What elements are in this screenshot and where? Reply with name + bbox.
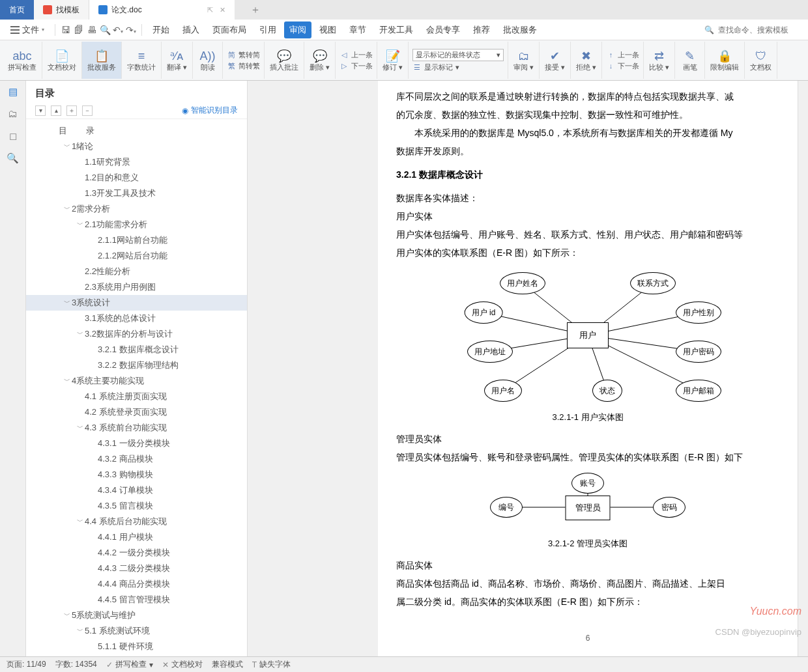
ribbon-prev-comment[interactable]: ◁上一条 xyxy=(339,50,373,60)
rail-search-icon[interactable]: 🔍 xyxy=(7,152,20,165)
search-input[interactable] xyxy=(718,25,803,35)
status-proof[interactable]: ✕文档校对 xyxy=(162,659,203,670)
outline-item[interactable]: 1.1研究背景 xyxy=(26,154,247,170)
outline-item[interactable]: 3.2.1 数据库概念设计 xyxy=(26,342,247,357)
menu-member[interactable]: 会员专享 xyxy=(421,21,465,38)
ribbon-track-changes[interactable]: 📝修订 ▾ xyxy=(377,42,409,79)
command-search[interactable]: 🔍 xyxy=(704,25,803,35)
outline-item[interactable]: ﹀2.1功能需求分析 xyxy=(26,217,247,232)
outline-expand-icon[interactable]: ▴ xyxy=(51,105,61,116)
ribbon-readaloud[interactable]: A))朗读 xyxy=(193,42,223,79)
outline-item[interactable]: ﹀5系统测试与维护 xyxy=(26,608,247,623)
ribbon-display-select[interactable]: 显示标记的最终状态▾ xyxy=(412,49,504,61)
app-menu-button[interactable]: 文件▾ xyxy=(5,21,50,38)
outline-item[interactable]: ﹀5.1 系统测试环境 xyxy=(26,623,247,639)
ribbon-restrict-edit[interactable]: 🔒限制编辑 xyxy=(705,42,745,79)
menu-chapter[interactable]: 章节 xyxy=(344,21,371,38)
outline-item[interactable]: 4.3.1 一级分类模块 xyxy=(26,436,247,451)
outline-item[interactable]: ﹀4系统主要功能实现 xyxy=(26,373,247,389)
outline-item[interactable]: 2.3系统用户用例图 xyxy=(26,279,247,295)
outline-item[interactable]: ﹀1绪论 xyxy=(26,139,247,154)
outline-item[interactable]: 4.4.3 二级分类模块 xyxy=(26,561,247,576)
outline-item[interactable]: 4.3.5 留言模块 xyxy=(26,498,247,514)
outline-item[interactable]: 4.3.2 商品模块 xyxy=(26,451,247,467)
tab-document[interactable]: 论文.doc ⇱ ✕ xyxy=(89,0,235,20)
outline-item[interactable]: 4.1 系统注册页面实现 xyxy=(26,389,247,404)
status-page[interactable]: 页面: 11/49 xyxy=(7,659,46,670)
outline-item[interactable]: 5.1.2 软件环境 xyxy=(26,654,247,656)
ribbon-spellcheck[interactable]: abc拼写检查 xyxy=(3,42,42,79)
ribbon-compare[interactable]: ⇄比较 ▾ xyxy=(644,42,675,79)
status-font[interactable]: T缺失字体 xyxy=(252,659,291,670)
ribbon-wordcount[interactable]: ≡字数统计 xyxy=(122,42,162,79)
document-page[interactable]: 库不同层次之间的联系是通过映射进行转换的，数据库的特点包括实现数据共享、减 的冗… xyxy=(378,81,798,656)
outline-item[interactable]: 2.2性能分析 xyxy=(26,264,247,279)
outline-item[interactable]: ﹀3系统设计 xyxy=(26,295,247,311)
status-spell[interactable]: ✓拼写检查 ▾ xyxy=(106,659,153,670)
qat-redo-icon[interactable]: ↷▾ xyxy=(126,25,136,35)
outline-item[interactable]: 4.4.1 用户模块 xyxy=(26,529,247,545)
menu-layout[interactable]: 页面布局 xyxy=(207,21,252,38)
ribbon-ink[interactable]: ✎画笔 xyxy=(675,42,705,79)
rail-outline-icon[interactable]: ▤ xyxy=(7,86,20,99)
outline-item[interactable]: 4.4.2 一级分类模块 xyxy=(26,545,247,561)
outline-item[interactable]: 4.4.4 商品分类模块 xyxy=(26,576,247,592)
outline-item[interactable]: ﹀4.3 系统前台功能实现 xyxy=(26,420,247,436)
outline-item[interactable]: 3.1系统的总体设计 xyxy=(26,311,247,326)
qat-preview-icon[interactable]: 🔍 xyxy=(100,25,110,35)
close-tab-icon[interactable]: ✕ xyxy=(220,6,225,14)
outline-item[interactable]: 1.2目的和意义 xyxy=(26,170,247,186)
outline-item[interactable]: ﹀3.2数据库的分析与设计 xyxy=(26,326,247,342)
outline-item[interactable]: 5.1.1 硬件环境 xyxy=(26,639,247,654)
qat-print-icon[interactable]: 🖶 xyxy=(87,25,97,35)
ribbon-delete-comment[interactable]: 💬删除 ▾ xyxy=(304,42,336,79)
outline-item[interactable]: ﹀4.4 系统后台功能实现 xyxy=(26,514,247,529)
outline-remove-icon[interactable]: － xyxy=(82,105,93,116)
menu-insert[interactable]: 插入 xyxy=(177,21,205,38)
ribbon-correction-service[interactable]: 📋批改服务 xyxy=(82,42,122,79)
ribbon-review-pane[interactable]: 🗂审阅 ▾ xyxy=(508,42,540,79)
outline-item[interactable]: 3.2.2 数据库物理结构 xyxy=(26,357,247,373)
ribbon-prev-change[interactable]: ↑上一条 xyxy=(606,50,639,60)
ribbon-next-comment[interactable]: ▷下一条 xyxy=(339,61,373,71)
status-compat[interactable]: 兼容模式 xyxy=(212,659,243,670)
outline-item[interactable]: 4.3.3 购物模块 xyxy=(26,467,247,483)
outline-tree[interactable]: 目 录 ﹀1绪论1.1研究背景1.2目的和意义1.3开发工具及技术﹀2需求分析﹀… xyxy=(26,119,247,656)
outline-item[interactable]: ﹀2需求分析 xyxy=(26,201,247,217)
outline-item[interactable]: 1.3开发工具及技术 xyxy=(26,186,247,201)
new-tab-button[interactable]: ＋ xyxy=(235,0,276,20)
ribbon-proofread[interactable]: 📄文档校对 xyxy=(42,42,82,79)
outline-item[interactable]: 2.1.1网站前台功能 xyxy=(26,232,247,248)
ribbon-reject[interactable]: ✖拒绝 ▾ xyxy=(571,42,602,79)
share-icon[interactable]: ⇱ xyxy=(207,6,213,14)
outline-collapse-icon[interactable]: ▾ xyxy=(35,105,46,116)
qat-saveas-icon[interactable]: 🗐 xyxy=(74,25,84,35)
menu-start[interactable]: 开始 xyxy=(147,21,175,38)
ribbon-trad-to-simp[interactable]: 简繁转简 xyxy=(227,50,260,60)
qat-undo-icon[interactable]: ↶▾ xyxy=(113,25,123,35)
menu-review[interactable]: 审阅 xyxy=(284,21,311,38)
status-words[interactable]: 字数: 14354 xyxy=(55,659,97,670)
ribbon-next-change[interactable]: ↓下一条 xyxy=(606,61,639,71)
tab-home[interactable]: 首页 xyxy=(0,0,34,20)
ribbon-simp-to-trad[interactable]: 繁简转繁 xyxy=(227,61,260,71)
vertical-scrollbar[interactable] xyxy=(798,81,808,656)
rail-attachment-icon[interactable]: 🗂 xyxy=(7,108,20,121)
ribbon-doc-permission[interactable]: 🛡文档权 xyxy=(745,42,777,79)
ribbon-accept[interactable]: ✔接受 ▾ xyxy=(540,42,571,79)
outline-root[interactable]: 目 录 xyxy=(26,123,247,139)
rail-bookmark-icon[interactable]: ◻ xyxy=(7,130,20,143)
ribbon-new-comment[interactable]: 💬插入批注 xyxy=(265,42,304,79)
outline-item[interactable]: 4.4.5 留言管理模块 xyxy=(26,592,247,608)
menu-recommend[interactable]: 推荐 xyxy=(468,21,495,38)
ribbon-show-markup[interactable]: ☰显示标记 ▾ xyxy=(412,63,504,72)
menu-correction[interactable]: 批改服务 xyxy=(498,21,542,38)
outline-item[interactable]: 4.3.4 订单模块 xyxy=(26,483,247,498)
outline-item[interactable]: 2.1.2网站后台功能 xyxy=(26,248,247,264)
qat-save-icon[interactable]: 🖫 xyxy=(61,25,71,35)
outline-smart-detect[interactable]: ◉智能识别目录 xyxy=(182,105,238,116)
menu-view[interactable]: 视图 xyxy=(314,21,341,38)
menu-reference[interactable]: 引用 xyxy=(254,21,281,38)
menu-devtools[interactable]: 开发工具 xyxy=(374,21,418,38)
outline-item[interactable]: 4.2 系统登录页面实现 xyxy=(26,404,247,420)
